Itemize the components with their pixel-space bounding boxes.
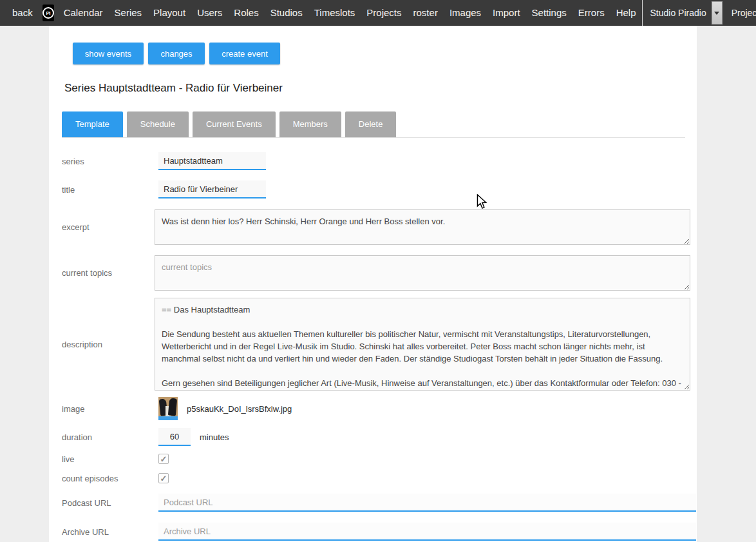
page-title: Series Hauptstadtteam - Radio für Vierbe… — [64, 82, 697, 95]
nav-item-images[interactable]: Images — [444, 0, 487, 26]
series-label: series — [62, 157, 155, 166]
excerpt-label: excerpt — [62, 222, 155, 232]
current-topics-textarea[interactable] — [155, 255, 690, 291]
tab-current-events[interactable]: Current Events — [193, 111, 276, 137]
piradio-logo-glyph: PI — [43, 7, 54, 19]
series-input[interactable] — [158, 152, 266, 170]
duration-row: duration minutes — [62, 428, 697, 446]
nav-item-projects[interactable]: Projects — [361, 0, 407, 26]
archive-url-input[interactable] — [158, 523, 696, 541]
toolbar: show events changes create event — [73, 43, 697, 64]
excerpt-row: excerpt Was ist denn hier los? Herr Schi… — [62, 209, 697, 245]
duration-label: duration — [62, 432, 155, 442]
template-form: series title excerpt Was ist denn hier l… — [62, 152, 697, 541]
studio-select-value: Studio Piradio — [648, 8, 712, 18]
nav-item-timeslots[interactable]: Timeslots — [308, 0, 361, 26]
excerpt-textarea[interactable]: Was ist denn hier los? Herr Schinski, He… — [155, 209, 690, 245]
project-select-value: Project 88vier — [729, 8, 756, 18]
image-row: image p5skauKk_DoI_lsrsBfxiw.jpg — [62, 397, 697, 420]
nav-item-calendar[interactable]: Calendar — [58, 0, 109, 26]
live-row: live ✓ — [62, 454, 697, 464]
image-label: image — [62, 404, 155, 414]
live-label: live — [62, 454, 155, 464]
title-label: title — [62, 185, 155, 195]
nav-item-import[interactable]: Import — [487, 0, 526, 26]
nav-item-playout[interactable]: Playout — [147, 0, 191, 26]
nav-item-series[interactable]: Series — [109, 0, 148, 26]
nav-back-link[interactable]: back — [6, 0, 39, 26]
nav-item-studios[interactable]: Studios — [265, 0, 308, 26]
live-checkbox[interactable]: ✓ — [158, 454, 169, 464]
project-select[interactable]: Project 88vier — [729, 1, 756, 24]
count-episodes-label: count episodes — [62, 474, 155, 483]
create-event-button[interactable]: create event — [209, 43, 280, 64]
dropdown-arrow-icon[interactable] — [712, 1, 723, 24]
nav-item-roster[interactable]: roster — [408, 0, 444, 26]
title-row: title — [62, 180, 697, 198]
podcast-url-input[interactable] — [158, 494, 696, 512]
navbar-divider — [642, 0, 643, 26]
top-navbar: back PI Calendar Series Playout Users Ro… — [0, 0, 756, 26]
content-panel: show events changes create event Series … — [49, 26, 697, 542]
title-input[interactable] — [158, 180, 266, 198]
tab-schedule[interactable]: Schedule — [127, 111, 189, 137]
navbar-right-group: Studio Piradio Project 88vier Logout mil… — [642, 0, 756, 26]
archive-url-label: Archive URL — [62, 527, 155, 537]
nav-item-users[interactable]: Users — [191, 0, 228, 26]
count-episodes-checkbox[interactable]: ✓ — [158, 473, 169, 483]
piradio-logo-icon[interactable]: PI — [43, 5, 54, 21]
current-topics-label: current topics — [62, 268, 155, 278]
tab-delete[interactable]: Delete — [345, 111, 397, 137]
description-label: description — [62, 340, 155, 349]
nav-item-roles[interactable]: Roles — [228, 0, 264, 26]
checkmark-icon: ✓ — [160, 455, 167, 463]
checkmark-icon: ✓ — [160, 474, 167, 483]
archive-url-row: Archive URL — [62, 523, 697, 541]
nav-item-errors[interactable]: Errors — [572, 0, 610, 26]
tab-bar: Template Schedule Current Events Members… — [62, 111, 685, 138]
nav-item-help[interactable]: Help — [610, 0, 642, 26]
tab-template[interactable]: Template — [62, 111, 123, 137]
nav-item-settings[interactable]: Settings — [526, 0, 572, 26]
changes-button[interactable]: changes — [148, 43, 205, 64]
series-row: series — [62, 152, 697, 170]
current-topics-row: current topics — [62, 255, 697, 291]
image-filename: p5skauKk_DoI_lsrsBfxiw.jpg — [187, 404, 292, 414]
podcast-url-row: Podcast URL — [62, 494, 697, 512]
duration-unit-label: minutes — [200, 432, 229, 442]
show-events-button[interactable]: show events — [73, 43, 144, 64]
description-row: description == Das Hauptstadtteam Die Se… — [62, 298, 697, 391]
tab-members[interactable]: Members — [279, 111, 341, 137]
count-episodes-row: count episodes ✓ — [62, 473, 697, 483]
duration-input[interactable] — [158, 428, 191, 446]
series-image-thumbnail[interactable] — [158, 397, 178, 420]
studio-select[interactable]: Studio Piradio — [648, 1, 723, 24]
description-textarea[interactable]: == Das Hauptstadtteam Die Sendung besteh… — [155, 298, 690, 391]
podcast-url-label: Podcast URL — [62, 498, 155, 508]
